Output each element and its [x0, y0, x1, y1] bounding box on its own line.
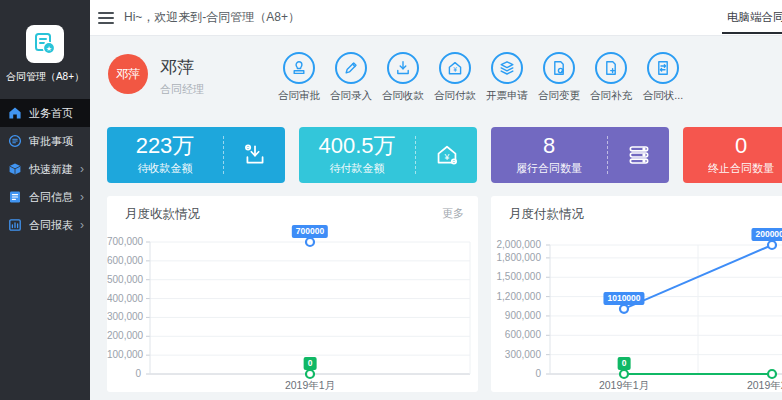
- action-contract-entry[interactable]: 合同录入: [325, 52, 377, 103]
- charts-row: 月度收款情况 更多 0100,000200,000300,000400,0005…: [107, 196, 782, 392]
- pay-money-icon: ¥: [416, 142, 477, 168]
- contract-doc-icon: [8, 190, 22, 204]
- avatar: 邓萍: [108, 54, 148, 94]
- action-contract-approval[interactable]: 合同审批: [273, 52, 325, 103]
- action-contract-change[interactable]: 合同变更: [533, 52, 585, 103]
- cube-icon: [8, 162, 22, 176]
- sidebar-nav: 业务首页 审批事项 快速新建 › 合同信息 ›: [0, 99, 90, 239]
- y-axis-tick-label: 200,000: [107, 330, 141, 341]
- greeting-text: Hi~，欢迎来到-合同管理（A8+）: [124, 9, 300, 26]
- stat-value: 400.5万: [299, 134, 415, 158]
- sidebar: ★ 合同管理（A8+） 业务首页 审批事项 快速新建: [0, 0, 90, 400]
- y-axis-tick-label: 1,800,000: [491, 252, 541, 263]
- stat-card-terminated-contracts[interactable]: 0 终止合同数量: [683, 127, 782, 183]
- sidebar-item-label: 快速新建: [29, 162, 73, 177]
- sidebar-item-business-home[interactable]: 业务首页: [0, 99, 90, 127]
- data-point-label: 1010000: [603, 292, 644, 305]
- chevron-right-icon: ›: [80, 191, 84, 203]
- data-point-label: 0: [618, 357, 631, 370]
- data-point-label: 2000000: [751, 228, 782, 241]
- data-point[interactable]: [768, 370, 776, 378]
- stamp-icon: [283, 52, 315, 84]
- stat-card-receivable[interactable]: 223万 待收款金额: [107, 127, 285, 183]
- approval-icon: [8, 134, 22, 148]
- data-point[interactable]: [306, 238, 314, 246]
- data-point-label: 700000: [292, 225, 328, 238]
- action-contract-supplement[interactable]: 合同补充: [585, 52, 637, 103]
- y-axis-tick-label: 700,000: [107, 236, 141, 247]
- stat-value: 223万: [107, 134, 223, 158]
- y-axis-tick-label: 400,000: [107, 293, 141, 304]
- svg-text:¥: ¥: [453, 66, 457, 73]
- y-axis-tick-label: 600,000: [107, 255, 141, 266]
- y-axis-tick-label: 500,000: [107, 274, 141, 285]
- sidebar-item-contract-reports[interactable]: 合同报表 ›: [0, 211, 90, 239]
- y-axis-tick-label: 300,000: [491, 349, 541, 360]
- doc-status-icon: [647, 52, 679, 84]
- contract-doc-star-icon: ★: [31, 30, 59, 58]
- quick-actions: 合同审批 合同录入 合同收款 ¥: [273, 52, 689, 103]
- user-name: 邓萍: [160, 56, 194, 79]
- topbar: Hi~，欢迎来到-合同管理（A8+） 电脑端合同管理: [90, 0, 782, 36]
- invoice-layers-icon: [491, 52, 523, 84]
- y-axis-tick-label: 600,000: [491, 329, 541, 340]
- chart-canvas: [150, 242, 470, 374]
- stat-value: 0: [683, 134, 782, 158]
- sidebar-item-approvals[interactable]: 审批事项: [0, 127, 90, 155]
- y-axis-tick-label: 1,200,000: [491, 291, 541, 302]
- svg-text:★: ★: [46, 45, 52, 52]
- top-tab-pc-contract[interactable]: 电脑端合同管理: [722, 0, 782, 34]
- chart-canvas: [550, 245, 782, 374]
- data-point[interactable]: [620, 370, 628, 378]
- data-point[interactable]: [768, 241, 776, 249]
- app-logo: ★: [26, 25, 64, 63]
- stat-cards: 223万 待收款金额 400.5万 待付款金额 ¥ 8 履行合: [107, 127, 782, 183]
- x-axis-tick-label: 2019年2月: [727, 379, 782, 392]
- y-axis-tick-label: 900,000: [491, 310, 541, 321]
- chevron-right-icon: ›: [80, 163, 84, 175]
- receive-payment-icon: [387, 52, 419, 84]
- home-icon: [8, 106, 22, 120]
- data-point[interactable]: [306, 370, 314, 378]
- svg-text:¥: ¥: [443, 152, 449, 162]
- report-chart-icon: [8, 218, 22, 232]
- action-contract-receive[interactable]: 合同收款: [377, 52, 429, 103]
- action-invoice-request[interactable]: 开票申请: [481, 52, 533, 103]
- y-axis-tick-label: 300,000: [107, 311, 141, 322]
- y-axis-tick-label: 1,500,000: [491, 271, 541, 282]
- y-axis-tick-label: 0: [491, 368, 541, 379]
- sidebar-item-contract-info[interactable]: 合同信息 ›: [0, 183, 90, 211]
- doc-change-icon: [543, 52, 575, 84]
- x-axis-tick-label: 2019年1月: [265, 379, 355, 392]
- sidebar-item-label: 业务首页: [29, 106, 73, 121]
- stat-label: 终止合同数量: [683, 161, 782, 176]
- chevron-right-icon: ›: [80, 219, 84, 231]
- stat-card-payable[interactable]: 400.5万 待付款金额 ¥: [299, 127, 477, 183]
- user-role: 合同经理: [160, 82, 204, 97]
- stat-label: 待付款金额: [299, 161, 415, 176]
- stat-card-active-contracts[interactable]: 8 履行合同数量: [491, 127, 669, 183]
- data-point-label: 0: [304, 357, 317, 370]
- more-link[interactable]: 更多: [442, 206, 464, 223]
- chart-title: 月度收款情况: [125, 206, 200, 223]
- receive-money-icon: [224, 142, 285, 168]
- action-contract-pay[interactable]: ¥ 合同付款: [429, 52, 481, 103]
- y-axis-tick-label: 2,000,000: [491, 239, 541, 250]
- menu-icon[interactable]: [98, 12, 114, 24]
- action-contract-status[interactable]: 合同状...: [637, 52, 689, 103]
- sidebar-item-quick-new[interactable]: 快速新建 ›: [0, 155, 90, 183]
- chart-monthly-receipts: 月度收款情况 更多 0100,000200,000300,000400,0005…: [107, 196, 478, 392]
- chart-plot-area: 0100,000200,000300,000400,000500,000600,…: [107, 196, 478, 392]
- chart-plot-area: 0300,000600,000900,0001,200,0001,500,000…: [491, 196, 782, 392]
- data-point[interactable]: [620, 305, 628, 313]
- stat-label: 履行合同数量: [491, 161, 607, 176]
- stat-value: 8: [491, 134, 607, 158]
- x-axis-tick-label: 2019年1月: [579, 379, 669, 392]
- avatar-text: 邓萍: [116, 66, 140, 83]
- dashboard-screen: ★ 合同管理（A8+） 业务首页 审批事项 快速新建: [0, 0, 782, 400]
- chart-title: 月度付款情况: [509, 206, 584, 223]
- contracts-stack-icon: [608, 142, 669, 168]
- app-title: 合同管理（A8+）: [0, 70, 90, 84]
- profile-strip: 邓萍 邓萍 合同经理 合同审批 合同录入: [90, 36, 782, 118]
- sidebar-item-label: 审批事项: [29, 134, 73, 149]
